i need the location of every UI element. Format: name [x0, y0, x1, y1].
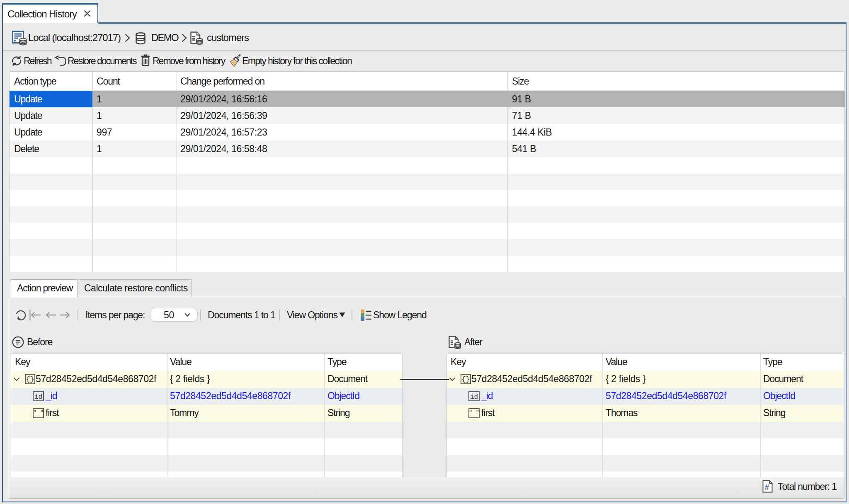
svg-text:{}: {} [461, 376, 470, 383]
svg-text:"_": "_" [33, 410, 44, 416]
svg-text:#: # [765, 483, 769, 492]
svg-text:id: id [34, 393, 42, 401]
svg-text:{}: {} [26, 376, 34, 383]
svg-text:"_": "_" [469, 410, 479, 416]
svg-text:id: id [470, 393, 478, 401]
